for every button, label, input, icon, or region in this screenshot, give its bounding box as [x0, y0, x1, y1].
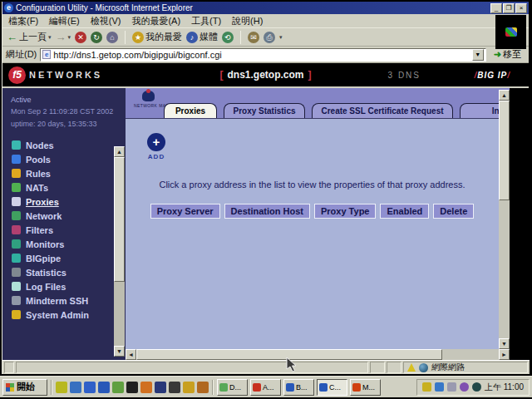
tab-proxy-statistics[interactable]: Proxy Statistics: [224, 103, 305, 118]
forward-dropdown-icon[interactable]: ▾: [68, 34, 71, 41]
menu-tools[interactable]: 工具(T): [191, 15, 221, 27]
status-pane: [4, 362, 14, 373]
quicklaunch-icon-6[interactable]: [126, 382, 138, 393]
sidebar-item-nats[interactable]: NATs: [2, 180, 126, 195]
task-button-2[interactable]: A...: [250, 379, 281, 396]
task-button-3[interactable]: B...: [283, 379, 314, 396]
menu-file[interactable]: 檔案(F): [8, 15, 38, 27]
app-icon: [352, 383, 361, 392]
sidebar-item-nodes[interactable]: Nodes: [2, 138, 126, 152]
scroll-left-icon[interactable]: ◄: [126, 349, 136, 360]
tray-app-icon[interactable]: [460, 382, 469, 392]
quicklaunch-icon-11[interactable]: [197, 382, 209, 393]
menu-bar: 檔案(F) 編輯(E) 檢視(V) 我的最愛(A) 工具(T) 說明(H): [2, 14, 529, 28]
scroll-up-icon[interactable]: ▲: [499, 90, 510, 101]
menu-edit[interactable]: 編輯(E): [49, 15, 80, 27]
tray-volume-icon[interactable]: [422, 382, 431, 392]
task-button-1[interactable]: D...: [217, 379, 248, 396]
column-proxy-server[interactable]: Proxy Server: [150, 204, 220, 219]
quicklaunch-icon-9[interactable]: [169, 382, 180, 393]
home-icon[interactable]: ⌂: [106, 32, 118, 43]
column-destination-host[interactable]: Destination Host: [224, 204, 310, 219]
taskbar: 開始 D... A... B... C... M...: [0, 376, 532, 397]
app-icon: [286, 383, 294, 392]
column-delete[interactable]: Delete: [433, 204, 474, 219]
menu-view[interactable]: 檢視(V): [91, 15, 121, 27]
refresh-icon[interactable]: ↻: [91, 32, 102, 43]
sidebar-item-mindterm-ssh[interactable]: Mindterm SSH: [2, 293, 126, 308]
close-button[interactable]: ×: [515, 3, 527, 13]
stop-icon[interactable]: ✕: [75, 32, 86, 43]
window-title: Configuration Utility - Microsoft Intern…: [16, 3, 490, 12]
sidebar-item-pools[interactable]: Pools: [2, 152, 126, 166]
scroll-right-icon[interactable]: ►: [499, 349, 510, 360]
tab-proxies[interactable]: Proxies: [164, 103, 217, 118]
column-enabled[interactable]: Enabled: [380, 204, 429, 219]
address-dropdown-icon[interactable]: ▼: [472, 49, 484, 61]
quicklaunch-icon-7[interactable]: [140, 382, 152, 393]
sidebar-item-statistics[interactable]: Statistics: [2, 265, 126, 279]
main-vertical-scrollbar[interactable]: ▲ ▼: [499, 90, 510, 349]
instruction-text: Click a proxy address in the list to vie…: [126, 180, 499, 190]
filters-icon: [12, 225, 21, 234]
media-button[interactable]: ♪ 媒體: [186, 31, 218, 43]
menu-help[interactable]: 說明(H): [232, 15, 263, 27]
media-icon: ♪: [186, 32, 198, 43]
sidebar-item-filters[interactable]: Filters: [2, 223, 126, 237]
main-horizontal-scrollbar[interactable]: ◄ ►: [126, 349, 510, 360]
quicklaunch-icon-1[interactable]: [56, 382, 67, 393]
toolbar-separator: [125, 31, 126, 44]
quicklaunch-icon-10[interactable]: [183, 382, 195, 393]
sidebar-item-system-admin[interactable]: System Admin: [2, 308, 126, 322]
scroll-down-icon[interactable]: ▼: [114, 346, 125, 357]
scrollbar-thumb[interactable]: [114, 157, 125, 282]
statistics-icon: [12, 268, 21, 277]
favorites-button[interactable]: ★ 我的最愛: [132, 31, 182, 43]
task-button-4-active[interactable]: C...: [317, 379, 347, 396]
column-proxy-type[interactable]: Proxy Type: [314, 204, 377, 219]
tray-display-icon[interactable]: [447, 382, 456, 392]
print-dropdown-icon[interactable]: ▾: [279, 34, 283, 41]
status-uptime: uptime: 20 days, 15:35:33: [11, 118, 126, 130]
sidebar-item-rules[interactable]: Rules: [2, 166, 126, 180]
quicklaunch-icon-3[interactable]: [84, 382, 96, 393]
forward-button[interactable]: → ▾: [56, 31, 71, 43]
history-icon[interactable]: ⟲: [222, 32, 234, 43]
quicklaunch-icon-4[interactable]: [98, 382, 110, 393]
go-button[interactable]: ➜ 移至: [490, 47, 525, 62]
sidebar-item-bigpipe[interactable]: BIGpipe: [2, 251, 126, 265]
scrollbar-thumb[interactable]: [499, 101, 510, 200]
sidebar-item-monitors[interactable]: Monitors: [2, 237, 126, 251]
tab-create-ssl-certificate-request[interactable]: Create SSL Certificate Request: [312, 103, 453, 118]
address-label: 網址(D): [6, 48, 37, 61]
quick-launch-bar: [56, 382, 209, 393]
alert-icon: [407, 363, 416, 372]
network-map-button[interactable]: NETWORK MAP: [134, 91, 162, 108]
sidebar-item-proxies[interactable]: Proxies: [2, 195, 126, 209]
restore-button[interactable]: ❐: [503, 3, 515, 13]
back-dropdown-icon[interactable]: ▾: [48, 34, 52, 41]
add-proxy-button[interactable]: + ADD: [142, 133, 170, 160]
sidebar-item-network[interactable]: Network: [2, 209, 126, 223]
print-icon[interactable]: ⎙: [264, 32, 275, 43]
sidebar-item-log-files[interactable]: Log Files: [2, 279, 126, 293]
workspace: Active Mon Sep 2 11:09:28 CST 2002 uptim…: [2, 88, 530, 360]
tray-network-icon[interactable]: [435, 382, 444, 392]
back-button[interactable]: ← 上一頁 ▾: [7, 31, 52, 43]
tray-antivirus-icon[interactable]: [472, 382, 481, 392]
sidebar-scrollbar[interactable]: ▲ ▼: [114, 146, 125, 357]
task-button-5[interactable]: M...: [350, 379, 381, 396]
minimize-button[interactable]: _: [490, 3, 502, 13]
page-icon: e: [42, 50, 51, 59]
rules-icon: [12, 169, 21, 178]
menu-favorites[interactable]: 我的最愛(A): [131, 15, 180, 27]
system-status: Active Mon Sep 2 11:09:28 CST 2002 uptim…: [2, 88, 126, 130]
start-button[interactable]: 開始: [2, 379, 47, 396]
scroll-up-icon[interactable]: ▲: [114, 146, 125, 157]
mail-icon[interactable]: ✉: [248, 32, 259, 43]
quicklaunch-icon-8[interactable]: [155, 382, 166, 393]
quicklaunch-icon-2[interactable]: [70, 382, 81, 393]
quicklaunch-icon-5[interactable]: [112, 382, 124, 393]
address-input[interactable]: e http://dns1.getop.com/bigipgui/bigconf…: [40, 48, 486, 62]
scroll-down-icon[interactable]: ▼: [499, 338, 510, 349]
